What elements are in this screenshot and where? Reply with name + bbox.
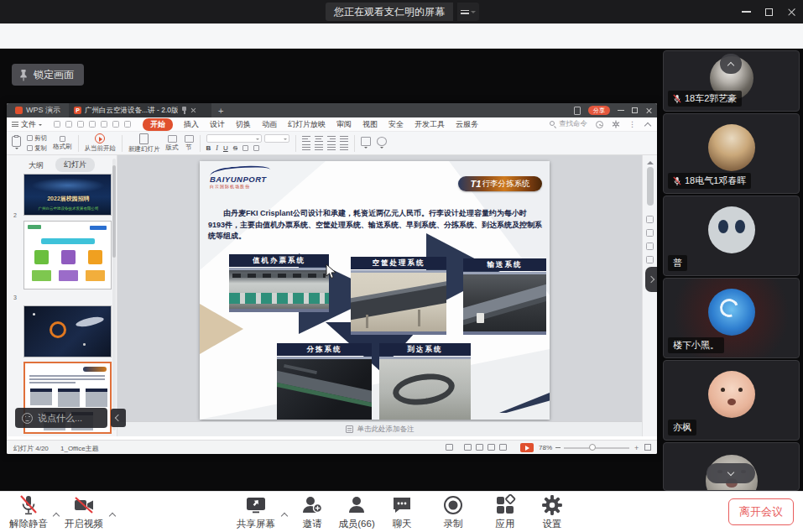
tab-security[interactable]: 安全 [388,119,404,130]
share-screen-button[interactable]: 共享屏幕 [232,494,279,530]
chat-quick-input[interactable]: 说点什么... [15,408,107,428]
pin-tab-icon[interactable] [181,107,187,114]
participants-scroll-down-button[interactable] [707,463,755,483]
align-left-icon[interactable] [302,136,310,143]
wps-document-tab[interactable]: P 广州白云空港设备...讲 - 2.0版 [69,103,211,117]
tab-home[interactable]: 开始 [143,118,173,131]
new-tab-button[interactable]: + [218,106,223,116]
share-options-caret[interactable] [282,507,287,522]
participant-tile-3[interactable]: 普 [663,196,800,276]
wps-minimize-icon[interactable] [618,110,624,111]
tab-review[interactable]: 审阅 [336,119,352,130]
settings-small-icon[interactable] [612,120,620,128]
tab-animation[interactable]: 动画 [262,119,277,130]
zoom-out-icon[interactable] [555,447,561,448]
play-from-current-button[interactable]: 从当前开始 [85,133,117,153]
tab-design[interactable]: 设计 [210,119,225,130]
comment-icon[interactable] [596,121,603,128]
rail-tool-icon[interactable] [646,243,654,250]
record-button[interactable]: 录制 [433,494,473,530]
video-options-caret[interactable] [110,507,115,522]
participant-tile-5[interactable]: 亦枫 [663,360,800,441]
line-spacing-icon[interactable] [327,144,336,151]
cut-button[interactable]: 剪切 [27,134,47,143]
chat-button[interactable]: 聊天 [383,494,420,530]
members-button[interactable]: 成员(66) [333,494,380,530]
outline-tab[interactable]: 大纲 [29,160,44,171]
align-center-icon[interactable] [315,136,323,143]
slide-thumbnail-2[interactable] [23,221,112,289]
file-menu[interactable]: 文件 [7,119,47,130]
font-color-icon[interactable] [242,145,248,151]
wps-maximize-icon[interactable] [632,107,638,113]
rail-tool-icon[interactable] [646,216,654,223]
document-icon[interactable] [574,107,581,115]
sidebar-collapse-handle[interactable] [645,267,657,292]
slide-thumbnail-1[interactable]: 2022届校园招聘 广州白云空港设备技术发展有限公司 [23,174,112,216]
shapes-button[interactable] [377,137,387,150]
bullet-list-icon[interactable] [302,144,310,151]
normal-view-icon[interactable] [464,444,472,451]
tab-transition[interactable]: 切换 [236,119,251,130]
copy-button[interactable]: 复制 [27,144,47,153]
section-button[interactable]: 节 [185,135,194,152]
slideshow-play-button[interactable] [520,443,534,452]
bold-button[interactable]: B [206,144,211,152]
scroll-up-icon[interactable] [647,158,654,164]
wps-home-tab[interactable]: WPS 演示 [7,103,69,117]
zoom-in-icon[interactable]: + [634,444,639,452]
text-tools-button[interactable] [361,137,371,150]
font-name-select[interactable] [206,134,262,143]
indent-icon[interactable] [340,144,348,151]
participants-scroll-up-button[interactable] [720,54,742,74]
zoom-slider-track[interactable] [564,447,629,449]
minimize-button[interactable] [739,6,753,18]
collapse-ribbon-icon[interactable] [644,122,651,128]
fit-slide-icon[interactable] [644,444,651,451]
emoji-icon[interactable] [22,413,33,424]
outline-view-icon[interactable] [499,444,507,451]
find-command[interactable]: 查找命令 [550,119,587,129]
new-slide-button[interactable]: 新建幻灯片 [128,133,160,154]
vertical-scrollbar[interactable] [647,167,654,206]
settings-button[interactable]: 设置 [532,494,572,530]
tab-view[interactable]: 视图 [362,119,378,130]
slides-tab[interactable]: 幻灯片 [55,158,95,172]
justify-icon[interactable] [340,136,348,143]
leave-meeting-button[interactable]: 离开会议 [728,498,794,525]
mic-options-caret[interactable] [54,507,59,522]
participant-tile-4[interactable]: 楼下小黑。 [663,278,800,358]
highlight-icon[interactable] [253,145,259,151]
participant-tile-2[interactable]: 18电气1邓春晖 [663,113,800,194]
rail-tool-icon[interactable] [646,256,654,263]
maximize-button[interactable] [762,6,775,18]
tab-insert[interactable]: 插入 [184,119,199,130]
notes-hint-bar[interactable]: 单击此处添加备注 [117,421,642,436]
screen-menu-button[interactable] [457,3,479,21]
start-video-button[interactable]: 开启视频 [60,494,107,530]
wps-close-icon[interactable] [645,107,652,114]
slide-sorter-icon[interactable] [476,444,483,451]
zoom-slider-knob[interactable] [589,444,596,451]
layout-button[interactable]: 版式 [166,135,179,152]
rail-tool-icon[interactable] [646,229,654,237]
italic-button[interactable]: I [216,144,218,152]
share-pill-button[interactable]: 分享 [588,106,610,115]
invite-button[interactable]: 邀请 [294,494,331,530]
close-tab-icon[interactable] [190,107,196,113]
reading-view-icon[interactable] [488,444,495,451]
strikethrough-button[interactable]: S [233,144,237,152]
lock-screen-button[interactable]: 锁定画面 [12,64,84,86]
paste-button[interactable] [12,136,21,151]
quick-access-toolbar[interactable] [54,121,131,128]
notes-toggle-icon[interactable] [446,444,453,451]
font-size-select[interactable] [264,134,289,143]
close-button[interactable] [785,6,798,18]
underline-button[interactable]: U [223,144,228,152]
apps-button[interactable]: 应用 [485,494,525,530]
thumbnail-scrollbar[interactable] [112,159,116,430]
format-painter-button[interactable]: 格式刷 [53,136,72,151]
number-list-icon[interactable] [315,144,323,151]
chat-collapse-button[interactable] [111,409,126,427]
tab-slideshow[interactable]: 幻灯片放映 [288,119,326,130]
